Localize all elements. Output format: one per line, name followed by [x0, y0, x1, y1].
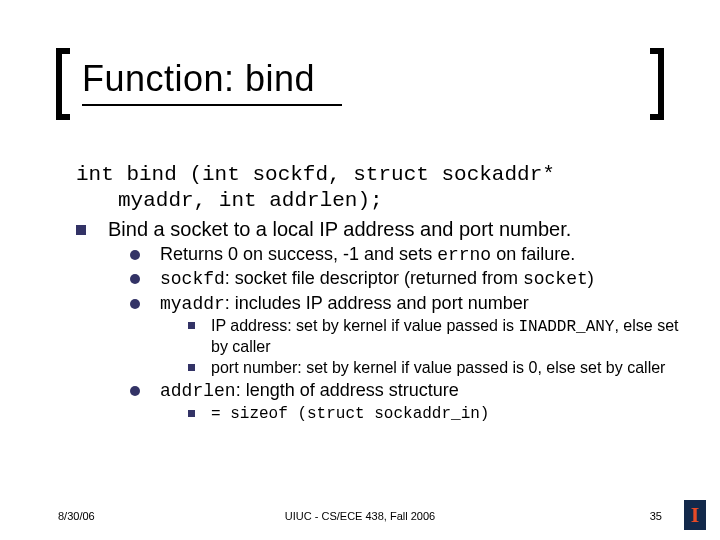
square-bullet-icon [188, 410, 195, 417]
bullet-myaddr: myaddr: includes IP address and port num… [130, 292, 680, 316]
sockfd-tail: ) [588, 268, 594, 288]
square-bullet-icon [188, 322, 195, 329]
bullet-port: port number: set by kernel if value pass… [188, 358, 680, 378]
myaddr-body: : includes IP address and port number [225, 293, 529, 313]
socket-code: socket [523, 269, 588, 289]
circle-bullet-icon [130, 250, 140, 260]
returns-b: on failure. [491, 244, 575, 264]
sockfd-body: : socket file descriptor (returned from [225, 268, 523, 288]
circle-bullet-icon [130, 274, 140, 284]
slide-title: Function: bind [82, 58, 662, 100]
bullet-sockfd: sockfd: socket file descriptor (returned… [130, 267, 680, 291]
returns-text: Returns 0 on success, -1 and sets errno … [160, 243, 680, 267]
sizeof-text: = sizeof (struct sockaddr_in) [211, 404, 680, 424]
returns-a: Returns 0 on success, -1 and sets [160, 244, 437, 264]
signature-line-1: int bind (int sockfd, struct sockaddr* [76, 162, 680, 188]
signature-line-2: myaddr, int addrlen); [118, 188, 680, 214]
ip-text: IP address: set by kernel if value passe… [211, 316, 680, 357]
title-block: Function: bind [58, 58, 662, 106]
circle-bullet-icon [130, 299, 140, 309]
addrlen-body: : length of address structure [236, 380, 459, 400]
bracket-left-icon [56, 48, 70, 120]
bullet-sizeof: = sizeof (struct sockaddr_in) [188, 404, 680, 424]
logo-letter: I [691, 504, 700, 526]
bind-desc-text: Bind a socket to a local IP address and … [108, 217, 680, 242]
footer-center: UIUC - CS/ECE 438, Fall 2006 [0, 510, 720, 522]
addrlen-code: addrlen [160, 381, 236, 401]
ip-a: IP address: set by kernel if value passe… [211, 317, 518, 334]
circle-bullet-icon [130, 386, 140, 396]
sockfd-text: sockfd: socket file descriptor (returned… [160, 267, 680, 291]
slide-content: int bind (int sockfd, struct sockaddr* m… [76, 162, 680, 424]
bullet-bind-desc: Bind a socket to a local IP address and … [76, 217, 680, 242]
ip-code: INADDR_ANY [518, 318, 614, 336]
returns-code: errno [437, 245, 491, 265]
square-bullet-icon [188, 364, 195, 371]
addrlen-text: addrlen: length of address structure [160, 379, 680, 403]
myaddr-code: myaddr [160, 294, 225, 314]
port-text: port number: set by kernel if value pass… [211, 358, 680, 378]
illinois-logo-icon: I [684, 500, 706, 530]
bullet-addrlen: addrlen: length of address structure [130, 379, 680, 403]
myaddr-text: myaddr: includes IP address and port num… [160, 292, 680, 316]
title-underline [82, 104, 342, 106]
footer-page: 35 [650, 510, 662, 522]
bullet-returns: Returns 0 on success, -1 and sets errno … [130, 243, 680, 267]
bracket-right-icon [650, 48, 664, 120]
square-bullet-icon [76, 225, 86, 235]
bullet-ip: IP address: set by kernel if value passe… [188, 316, 680, 357]
sockfd-code: sockfd [160, 269, 225, 289]
